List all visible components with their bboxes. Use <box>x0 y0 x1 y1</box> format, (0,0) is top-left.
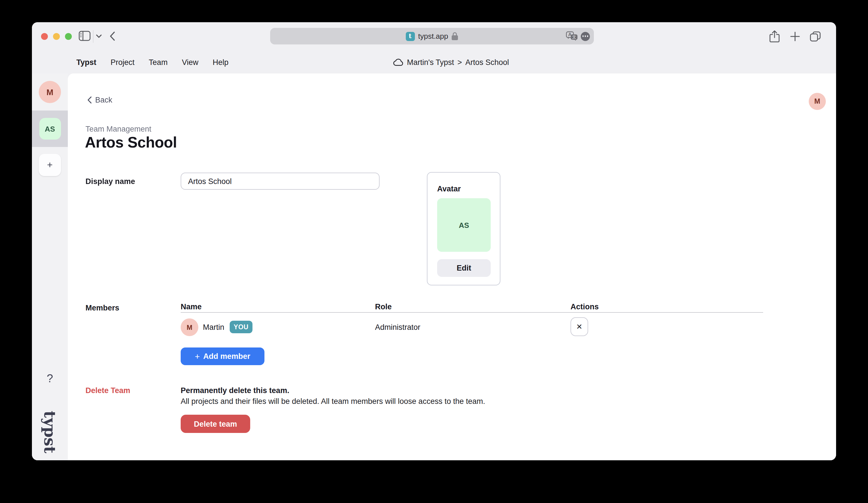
section-label: Team Management <box>85 125 151 133</box>
browser-toolbar: t typst.app A <box>32 22 836 51</box>
screen-background: t typst.app A <box>0 0 868 503</box>
address-bar-actions: A 文 <box>566 28 590 44</box>
column-header-role: Role <box>375 303 392 311</box>
delete-team-heading: Permanently delete this team. <box>181 386 289 395</box>
cloud-icon <box>393 59 403 66</box>
you-badge: YOU <box>230 321 252 333</box>
avatar-card: Avatar AS Edit <box>427 172 500 285</box>
sidebar-item-user[interactable]: M <box>39 81 61 103</box>
edit-avatar-button[interactable]: Edit <box>437 259 491 277</box>
avatar-card-title: Avatar <box>437 185 461 193</box>
back-chevron-icon <box>87 96 92 104</box>
page-title: Artos School <box>85 134 177 151</box>
plus-icon: + <box>195 351 200 361</box>
typst-logo: typst <box>32 407 68 457</box>
tab-overview-icon[interactable] <box>810 31 821 42</box>
traffic-lights <box>41 33 72 40</box>
breadcrumb: Martin's Typst > Artos School <box>393 51 509 73</box>
url-text: typst.app <box>418 32 448 40</box>
minimize-window-button[interactable] <box>53 33 60 40</box>
breadcrumb-team[interactable]: Artos School <box>465 58 509 66</box>
breadcrumb-workspace[interactable]: Martin's Typst <box>407 58 454 66</box>
team-avatar-preview: AS <box>437 198 491 252</box>
translate-icon[interactable]: A 文 <box>566 31 578 41</box>
add-member-label: Add member <box>203 352 250 360</box>
member-name: Martin <box>203 323 224 332</box>
address-bar[interactable]: t typst.app A <box>270 28 594 44</box>
remove-member-button[interactable]: ✕ <box>570 317 588 336</box>
menu-view[interactable]: View <box>182 58 198 66</box>
delete-team-button[interactable]: Delete team <box>181 415 250 433</box>
team-avatar: AS <box>39 118 61 139</box>
svg-text:文: 文 <box>572 34 576 39</box>
back-button[interactable]: Back <box>87 96 112 104</box>
close-window-button[interactable] <box>41 33 48 40</box>
back-label: Back <box>95 96 112 104</box>
share-icon[interactable] <box>769 30 780 43</box>
help-icon[interactable]: ? <box>32 372 68 385</box>
menu-team[interactable]: Team <box>149 58 167 66</box>
menu-project[interactable]: Project <box>111 58 134 66</box>
site-favicon: t <box>405 32 415 41</box>
members-section-label: Members <box>85 304 120 312</box>
zoom-window-button[interactable] <box>65 33 72 40</box>
close-icon: ✕ <box>576 322 582 331</box>
display-name-input[interactable] <box>181 172 380 190</box>
address-bar-content: t typst.app <box>405 32 458 41</box>
display-name-label: Display name <box>85 177 135 186</box>
table-header-divider <box>181 312 763 313</box>
new-tab-icon[interactable] <box>790 31 800 42</box>
menu-typst[interactable]: Typst <box>76 58 96 66</box>
app-menubar: Typst Project Team View Help Martin's Ty… <box>32 51 836 73</box>
member-role: Administrator <box>375 323 420 332</box>
member-avatar: M <box>181 318 198 336</box>
more-options-icon[interactable] <box>581 32 590 41</box>
menu-items: Typst Project Team View Help <box>76 51 229 73</box>
user-avatar[interactable]: M <box>809 93 826 110</box>
column-header-actions: Actions <box>570 303 599 311</box>
sidebar-toggle-icon[interactable] <box>79 31 91 41</box>
delete-team-description: All projects and their files will be del… <box>181 397 485 406</box>
lock-icon <box>452 32 458 40</box>
sidebar-item-team-selected[interactable]: AS <box>32 111 68 147</box>
workspace-sidebar: M AS + ? typst <box>32 73 68 460</box>
chevron-down-icon[interactable] <box>96 34 102 38</box>
menu-help[interactable]: Help <box>213 58 229 66</box>
add-workspace-button[interactable]: + <box>39 154 61 176</box>
toolbar-divider <box>93 30 93 43</box>
browser-window: t typst.app A <box>32 22 836 460</box>
add-member-button[interactable]: + Add member <box>181 347 265 365</box>
breadcrumb-separator: > <box>457 58 462 66</box>
delete-team-section-label: Delete Team <box>85 386 130 395</box>
browser-back-icon[interactable] <box>110 31 115 41</box>
column-header-name: Name <box>181 303 202 311</box>
